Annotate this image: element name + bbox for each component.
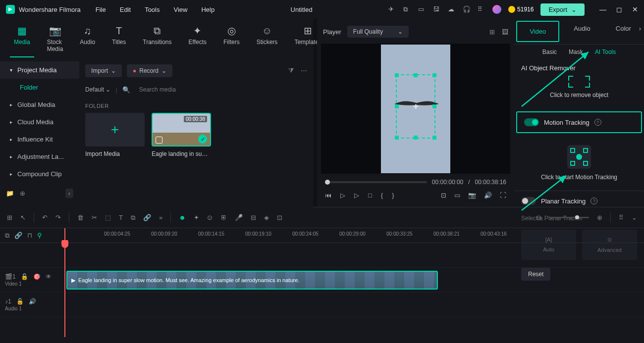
speed-icon[interactable]: ⊙ <box>207 214 213 221</box>
lock-icon[interactable]: 🔓 <box>16 298 24 305</box>
undo-icon[interactable]: ↶ <box>42 214 48 221</box>
menu-tools[interactable]: Tools <box>145 6 160 13</box>
link-icon[interactable]: 🔗 <box>143 214 151 221</box>
props-tab-video[interactable]: Video <box>516 21 559 42</box>
minimize-button[interactable]: — <box>599 5 606 13</box>
media-clip-eagle[interactable]: 00:00:38 ✓ Eagle landing in super... <box>152 113 211 157</box>
mic-icon[interactable]: 🎤 <box>235 214 243 221</box>
collapse-sidebar-icon[interactable]: ‹ <box>65 189 73 198</box>
play-back-icon[interactable]: ▷ <box>340 192 345 199</box>
prev-frame-icon[interactable]: ⏮ <box>325 192 331 199</box>
menu-edit[interactable]: Edit <box>120 6 131 13</box>
more-tools-icon[interactable]: » <box>159 214 162 221</box>
timeline-ruler[interactable]: 00:00:04:25 00:00:09:20 00:00:14:15 00:0… <box>64 228 644 243</box>
import-button[interactable]: Import⌄ <box>85 64 122 77</box>
filter-icon[interactable]: ⧩ <box>288 67 294 75</box>
tab-filters[interactable]: ◎Filters <box>219 23 244 57</box>
tab-titles[interactable]: TTitles <box>108 23 130 57</box>
track-magnet-icon[interactable]: ⊓ <box>27 232 32 239</box>
sidebar-compound-clip[interactable]: ▸Compound Clip <box>0 165 79 183</box>
track-spacer[interactable] <box>0 243 644 268</box>
remover-action-label[interactable]: Click to remove object <box>550 92 608 98</box>
timeline-clip-eagle[interactable]: ▶ Eagle landing in super slow motion. Mu… <box>66 271 438 290</box>
visibility-icon[interactable]: 👁 <box>46 273 52 280</box>
maximize-button[interactable]: ◻ <box>616 5 622 13</box>
headphones-icon[interactable]: 🎧 <box>463 5 471 13</box>
cloud-icon[interactable]: ☁ <box>448 5 456 13</box>
menu-help[interactable]: Help <box>201 6 215 13</box>
lock-icon[interactable]: 🔓 <box>21 273 28 280</box>
image-view-icon[interactable]: 🖼 <box>502 28 508 36</box>
tab-media[interactable]: ▦Media <box>10 23 34 57</box>
tab-stickers[interactable]: ☺Stickers <box>253 23 282 57</box>
sidebar-cloud-media[interactable]: ▸Cloud Media <box>0 113 79 131</box>
planar-tracking-toggle[interactable] <box>521 197 536 205</box>
layout-icon[interactable]: ⊞ <box>7 214 12 221</box>
tab-effects[interactable]: ✦Effects <box>185 23 211 57</box>
view-options-icon[interactable]: ⠿ <box>619 214 624 221</box>
more-icon[interactable]: ⋯ <box>301 67 307 75</box>
volume-icon[interactable]: 🔊 <box>484 192 492 199</box>
preview-canvas[interactable]: ✛ <box>321 44 510 174</box>
track-link-icon[interactable]: 🔗 <box>14 232 22 239</box>
sort-default[interactable]: Default ⌄ <box>85 86 110 93</box>
menu-file[interactable]: File <box>96 6 106 13</box>
mark-out-icon[interactable]: } <box>392 192 394 199</box>
copy-icon[interactable]: ⧉ <box>131 214 135 222</box>
subtab-mask[interactable]: Mask <box>569 49 583 55</box>
save-icon[interactable]: 🖫 <box>433 5 441 13</box>
screen-icon[interactable]: ▭ <box>418 5 426 13</box>
display-icon[interactable]: ▭ <box>454 192 460 199</box>
crop-icon[interactable]: ⊡ <box>441 192 446 199</box>
help-icon[interactable]: ? <box>590 197 597 204</box>
tab-transitions[interactable]: ⧉Transitions <box>139 23 175 57</box>
sidebar-folder[interactable]: Folder <box>0 79 79 96</box>
redo-icon[interactable]: ↷ <box>55 214 61 221</box>
group-icon[interactable]: ⊡ <box>277 214 282 221</box>
subtab-basic[interactable]: Basic <box>542 49 557 55</box>
fullscreen-icon[interactable]: ⛶ <box>500 192 506 199</box>
delete-icon[interactable]: 🗑 <box>77 214 84 221</box>
snapshot-icon[interactable]: 📷 <box>468 192 476 199</box>
mixer-icon[interactable]: ⊟ <box>251 214 256 221</box>
stop-icon[interactable]: □ <box>368 192 372 199</box>
shield-icon[interactable]: ⛨ <box>220 214 227 221</box>
send-icon[interactable]: ✈ <box>388 5 396 13</box>
quality-dropdown[interactable]: Full Quality⌄ <box>347 26 409 38</box>
tab-audio[interactable]: ♫Audio <box>76 23 99 57</box>
play-icon[interactable]: ▷ <box>354 192 359 199</box>
speaker-icon[interactable]: 🔊 <box>29 298 36 305</box>
cursor-icon[interactable]: ↖ <box>20 214 26 221</box>
props-tab-audio[interactable]: Audio <box>561 19 602 44</box>
new-bin-icon[interactable]: ⊕ <box>20 190 25 197</box>
video-track-1[interactable]: 🎬1 🔓 🎯 👁 Video 1 ▶ Eagle landing in supe… <box>0 268 644 293</box>
device-icon[interactable]: ⧉ <box>403 5 411 13</box>
tab-stock-media[interactable]: 📷Stock Media <box>43 23 67 57</box>
remove-target-icon[interactable] <box>568 79 590 88</box>
zoom-out-icon[interactable]: ⊖ <box>536 214 541 221</box>
mute-icon[interactable]: 🎯 <box>33 273 41 280</box>
timeline-more-icon[interactable]: ⌄ <box>632 214 637 221</box>
text-tool-icon[interactable]: T <box>119 214 123 221</box>
start-motion-tracking[interactable]: Click to start Motion Tracking <box>514 135 644 191</box>
grid-view-icon[interactable]: ⊞ <box>489 28 495 36</box>
enhance-icon[interactable]: ✦ <box>194 214 199 221</box>
crop-tool-icon[interactable]: ⬚ <box>105 214 111 221</box>
motion-tracking-toggle[interactable] <box>524 118 539 126</box>
sidebar-adjustment-layer[interactable]: ▸Adjustment La... <box>0 148 79 165</box>
subtab-ai-tools[interactable]: AI Tools <box>595 49 616 55</box>
next-tab-icon[interactable]: › <box>639 25 641 32</box>
mark-in-icon[interactable]: { <box>381 192 383 199</box>
props-tab-color[interactable]: Color <box>603 19 644 44</box>
marker-icon[interactable]: ◈ <box>264 214 269 221</box>
sidebar-project-media[interactable]: ▾Project Media <box>0 61 79 79</box>
sidebar-influence-kit[interactable]: ▸Influence Kit <box>0 131 79 148</box>
export-button[interactable]: Export⌄ <box>540 3 585 16</box>
cut-icon[interactable]: ✂ <box>92 214 97 221</box>
record-button[interactable]: ●Record⌄ <box>127 64 172 77</box>
search-input[interactable] <box>135 84 307 95</box>
audio-track-1[interactable]: ♪1 🔓 🔊 Audio 1 <box>0 293 644 317</box>
new-folder-icon[interactable]: 📁 <box>6 190 14 197</box>
sidebar-global-media[interactable]: ▸Global Media <box>0 96 79 113</box>
import-media-tile[interactable]: + Import Media <box>85 113 145 157</box>
